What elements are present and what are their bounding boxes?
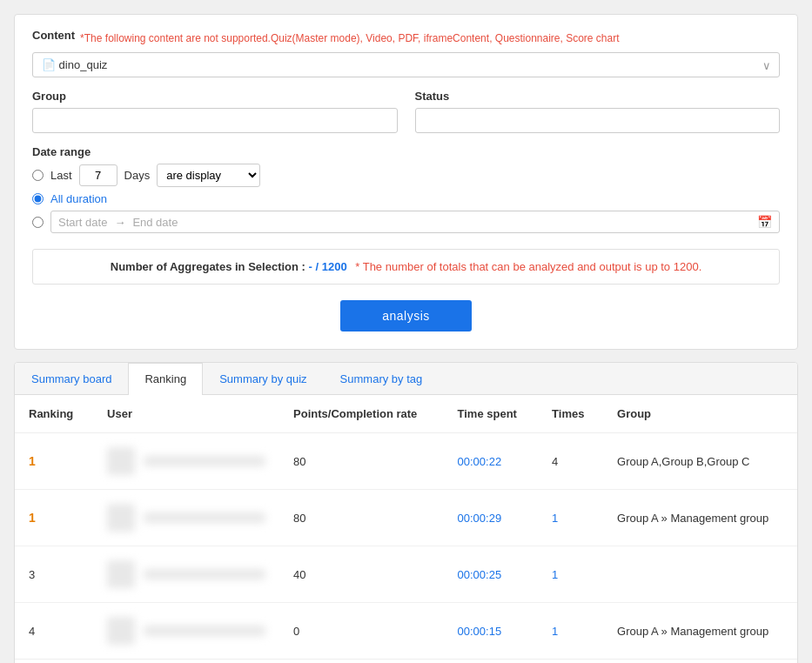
content-select[interactable]: 📄 dino_quiz: [32, 52, 780, 77]
col-group: Group: [603, 395, 797, 433]
tabs-row: Summary board Ranking Summary by quiz Su…: [15, 363, 797, 395]
aggregates-value: - / 1200: [309, 260, 347, 273]
times-cell: 1: [538, 490, 603, 546]
analysis-button[interactable]: analysis: [340, 300, 472, 332]
tab-summary-quiz[interactable]: Summary by quiz: [203, 363, 323, 394]
top-panel: Content *The following content are not s…: [14, 14, 798, 350]
last-label: Last: [50, 169, 72, 182]
tab-summary-board[interactable]: Summary board: [15, 363, 128, 394]
user-cell: [93, 490, 279, 546]
user-name: [144, 512, 265, 523]
rank-cell: 3: [15, 546, 93, 603]
rank-cell: 1: [15, 433, 93, 490]
time-spent-cell: 00:00:25: [444, 546, 539, 603]
days-input[interactable]: [79, 164, 117, 186]
col-ranking: Ranking: [15, 395, 93, 433]
col-time-spent: Time spent: [444, 395, 539, 433]
user-placeholder: [107, 504, 265, 532]
aggregates-label: Number of Aggregates in Selection :: [111, 260, 305, 273]
col-points: Points/Completion rate: [279, 395, 443, 433]
avatar: [107, 560, 135, 588]
user-cell: [93, 603, 279, 660]
all-duration-row: All duration: [32, 192, 780, 205]
all-duration-radio[interactable]: [32, 193, 44, 204]
date-arrow: →: [114, 216, 125, 229]
time-spent-cell: 00:00:22: [444, 433, 539, 490]
content-section: Content *The following content are not s…: [32, 29, 780, 77]
time-spent-cell: 00:00:29: [444, 490, 539, 546]
user-name: [144, 569, 265, 579]
table-row: 1 80 00:00:29 1 Group A » Management gro…: [15, 490, 797, 546]
user-cell: [93, 433, 279, 490]
table-row: 1 80 00:00:22 4 Group A,Group B,Group C: [15, 433, 797, 490]
group-cell: Group A » Management group: [603, 603, 797, 660]
group-input[interactable]: [32, 108, 398, 133]
group-label: Group: [32, 90, 398, 103]
table-row: 3 40 00:00:25 1: [15, 546, 797, 603]
avatar: [107, 447, 135, 475]
points-cell: 40: [279, 546, 443, 603]
table-header-row: Ranking User Points/Completion rate Time…: [15, 395, 797, 433]
days-label: Days: [124, 169, 151, 182]
analysis-btn-row: analysis: [32, 300, 780, 332]
user-placeholder: [107, 560, 265, 588]
all-duration-label: All duration: [50, 192, 107, 205]
col-user: User: [93, 395, 279, 433]
group-field: Group: [32, 90, 398, 133]
custom-date-radio[interactable]: [32, 217, 44, 228]
tab-summary-tag[interactable]: Summary by tag: [324, 363, 440, 394]
last-days-row: Last Days are display are not display: [32, 164, 780, 187]
times-cell: 1: [538, 603, 603, 660]
aggregates-box: Number of Aggregates in Selection : - / …: [32, 249, 780, 285]
last-days-radio[interactable]: [32, 170, 44, 181]
date-range-options: Last Days are display are not display Al…: [32, 164, 780, 233]
status-field: Status: [415, 90, 781, 133]
user-name: [144, 456, 265, 466]
rank-cell: 1: [15, 490, 93, 546]
user-cell: [93, 546, 279, 603]
points-cell: 80: [279, 433, 443, 490]
date-range-label: Date range: [32, 145, 780, 158]
points-cell: 80: [279, 490, 443, 546]
content-label: Content: [32, 29, 75, 42]
group-cell: [603, 546, 797, 603]
avatar: [107, 504, 135, 532]
user-placeholder: [107, 447, 265, 475]
aggregates-note: * The number of totals that can be analy…: [355, 260, 701, 273]
custom-date-row: Start date → End date 📅: [32, 211, 780, 233]
end-date-placeholder: End date: [132, 216, 178, 229]
tab-ranking[interactable]: Ranking: [128, 363, 203, 395]
times-cell: 4: [538, 433, 603, 490]
calendar-icon[interactable]: 📅: [757, 215, 772, 229]
content-select-wrapper: 📄 dino_quiz: [32, 52, 780, 77]
date-range-section: Date range Last Days are display are not…: [32, 145, 780, 233]
group-cell: Group A,Group B,Group C: [603, 433, 797, 490]
table-wrapper: Ranking User Points/Completion rate Time…: [15, 395, 797, 659]
time-spent-cell: 00:00:15: [444, 603, 539, 660]
status-input[interactable]: [415, 108, 781, 133]
display-select[interactable]: are display are not display: [157, 164, 260, 187]
points-cell: 0: [279, 603, 443, 660]
table-row: 4 0 00:00:15 1 Group A » Management grou…: [15, 603, 797, 660]
group-status-row: Group Status: [32, 90, 780, 133]
times-cell: 1: [538, 546, 603, 603]
rank-cell: 4: [15, 603, 93, 660]
avatar: [107, 617, 135, 645]
content-note: *The following content are not supported…: [80, 32, 619, 44]
user-name: [144, 626, 265, 636]
bottom-panel: Summary board Ranking Summary by quiz Su…: [14, 362, 798, 663]
ranking-table: Ranking User Points/Completion rate Time…: [15, 395, 797, 659]
user-placeholder: [107, 617, 265, 645]
status-label: Status: [415, 90, 781, 103]
start-date-placeholder: Start date: [58, 216, 107, 229]
group-cell: Group A » Management group: [603, 490, 797, 546]
date-inputs: Start date → End date 📅: [50, 211, 780, 233]
col-times: Times: [538, 395, 603, 433]
pagination-row: ‹ 1 › 20 /Page 50 /Page 100 /Page: [15, 659, 797, 663]
